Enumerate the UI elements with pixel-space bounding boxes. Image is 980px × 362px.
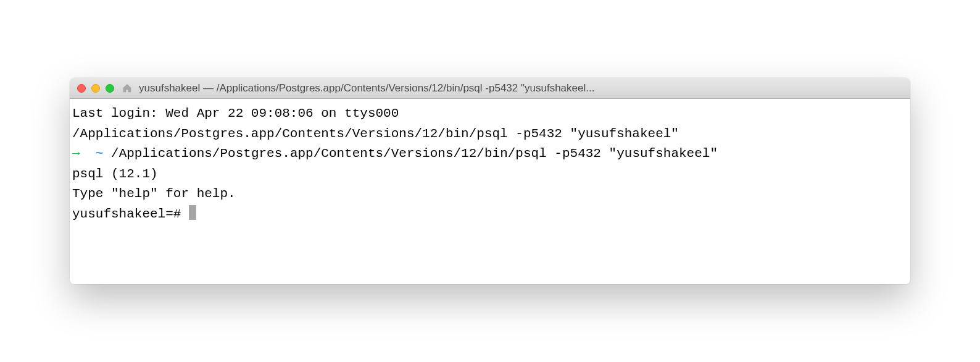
traffic-lights (77, 84, 114, 93)
terminal-line-db-prompt: yusufshakeel=# (72, 204, 908, 225)
terminal-line-prompt-cmd: → ~ /Applications/Postgres.app/Contents/… (72, 144, 908, 164)
psql-prompt: yusufshakeel=# (72, 207, 189, 221)
window-titlebar[interactable]: yusufshakeel — /Applications/Postgres.ap… (70, 78, 910, 99)
terminal-command: /Applications/Postgres.app/Contents/Vers… (103, 146, 718, 161)
terminal-line-path: /Applications/Postgres.app/Contents/Vers… (72, 124, 908, 145)
terminal-line-help-hint: Type "help" for help. (72, 184, 908, 204)
prompt-tilde-icon: ~ (96, 146, 104, 161)
window-title: yusufshakeel — /Applications/Postgres.ap… (139, 82, 594, 95)
terminal-window: yusufshakeel — /Applications/Postgres.ap… (70, 78, 910, 284)
minimize-button[interactable] (91, 84, 100, 93)
maximize-button[interactable] (106, 84, 114, 93)
cursor-icon (189, 205, 196, 220)
terminal-content[interactable]: Last login: Wed Apr 22 09:08:06 on ttys0… (70, 99, 910, 284)
terminal-line-psql-version: psql (12.1) (72, 164, 908, 185)
terminal-line-last-login: Last login: Wed Apr 22 09:08:06 on ttys0… (72, 104, 908, 124)
home-icon (122, 83, 132, 93)
prompt-arrow-icon: → (72, 146, 80, 161)
close-button[interactable] (77, 84, 86, 93)
